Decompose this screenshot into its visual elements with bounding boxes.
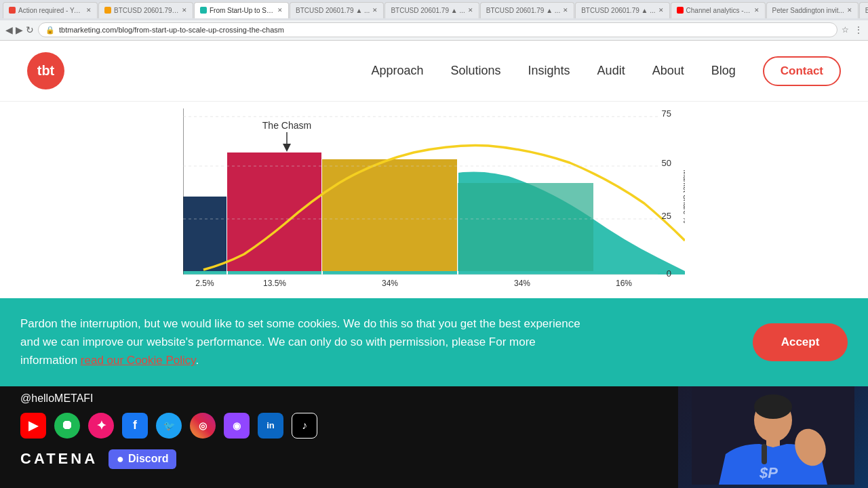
- tab-close-icon[interactable]: ✕: [468, 7, 473, 14]
- youtube-icon[interactable]: ▶: [20, 413, 46, 439]
- social-icons-row: ▶ ⏺ ✦ f 🐦 ◎ ◉ in ♪: [20, 413, 658, 439]
- tab-close-icon[interactable]: ✕: [658, 7, 664, 14]
- cookie-policy-link[interactable]: read our Cookie Policy: [81, 354, 196, 367]
- nav-links: Approach Solutions Insights Audit About …: [371, 56, 841, 86]
- twitch-icon[interactable]: ◉: [224, 413, 250, 439]
- svg-rect-0: [183, 197, 227, 271]
- twitter-icon[interactable]: 🐦: [156, 413, 182, 439]
- svg-text:The Chasm: The Chasm: [262, 120, 311, 131]
- svg-text:75: 75: [662, 108, 671, 119]
- address-bar-row: ◀ ▶ ↻ 🔒 tbtmarketing.com/blog/from-start…: [0, 20, 868, 41]
- tab-4[interactable]: BTCUSD 20601.79 ▲ ... ✕: [290, 2, 384, 18]
- nav-approach[interactable]: Approach: [371, 64, 423, 78]
- cookie-period: .: [196, 354, 199, 367]
- reload-icon[interactable]: ↻: [26, 24, 34, 35]
- nav-about[interactable]: About: [652, 64, 684, 78]
- svg-text:2.5%: 2.5%: [195, 279, 214, 288]
- tab-7[interactable]: BTCUSD 20601.79 ▲ ... ✕: [575, 2, 669, 18]
- page-content: tbt Approach Solutions Insights Audit Ab…: [0, 41, 868, 488]
- tab-9[interactable]: Peter Saddington invit... ✕: [766, 2, 859, 18]
- bookmark-icon[interactable]: ☆: [842, 25, 849, 35]
- svg-rect-6: [458, 183, 593, 271]
- podcast-icon[interactable]: ⏺: [54, 413, 80, 439]
- tab-close-icon[interactable]: ✕: [563, 7, 568, 14]
- svg-rect-4: [322, 159, 458, 271]
- svg-text:13.5%: 13.5%: [263, 279, 286, 288]
- tab-close-icon[interactable]: ✕: [277, 7, 283, 14]
- svg-rect-29: [762, 444, 767, 464]
- address-bar[interactable]: 🔒 tbtmarketing.com/blog/from-start-up-to…: [38, 22, 837, 37]
- cookie-accept-button[interactable]: Accept: [753, 323, 848, 361]
- tab-close-icon[interactable]: ✕: [847, 7, 852, 14]
- tab-2[interactable]: BTCUSD 20601.79 ▲ ... ✕: [98, 2, 193, 18]
- social-handle: @helloMETAFI: [20, 392, 658, 405]
- tab-5[interactable]: BTCUSD 20601.79 ▲ ... ✕: [384, 2, 479, 18]
- tab-close-icon[interactable]: ✕: [182, 7, 187, 14]
- discord-label: Discord: [128, 453, 169, 465]
- nav-insights[interactable]: Insights: [528, 64, 570, 78]
- svg-text:34%: 34%: [382, 279, 398, 288]
- nav-contact-button[interactable]: Contact: [763, 56, 841, 86]
- svg-point-27: [754, 394, 792, 419]
- svg-rect-2: [227, 152, 322, 271]
- chart-container: 75 50 25 0 Market Share % The Chasm 2.5%…: [27, 108, 841, 291]
- tab-10[interactable]: Brand Account details ... ✕: [859, 2, 868, 18]
- browser-nav-buttons: ◀ ▶ ↻: [5, 24, 34, 35]
- tab-1[interactable]: Action required - Your ... ✕: [3, 2, 98, 18]
- tab-3-active[interactable]: From Start-Up to Scale-... ✕: [194, 2, 289, 18]
- tiktok-icon[interactable]: ♪: [292, 413, 317, 439]
- browser-chrome: Action required - Your ... ✕ BTCUSD 2060…: [0, 0, 868, 41]
- odysee-icon[interactable]: ✦: [88, 413, 114, 439]
- discord-badge[interactable]: ● Discord: [108, 449, 176, 469]
- url-text: tbtmarketing.com/blog/from-start-up-to-s…: [59, 26, 284, 34]
- extensions-icon[interactable]: ⋮: [854, 25, 863, 35]
- tab-6[interactable]: BTCUSD 20601.79 ▲ ... ✕: [480, 2, 574, 18]
- nav-solutions[interactable]: Solutions: [451, 64, 501, 78]
- svg-text:0: 0: [667, 268, 671, 279]
- facebook-icon[interactable]: f: [122, 413, 148, 439]
- instagram-icon[interactable]: ◎: [190, 413, 216, 439]
- cookie-banner: Pardon the interruption, but we would li…: [0, 298, 868, 386]
- nav-audit[interactable]: Audit: [597, 64, 625, 78]
- presenter-video: $P: [678, 373, 868, 488]
- forward-icon[interactable]: ▶: [16, 24, 23, 35]
- lock-icon: 🔒: [45, 26, 55, 35]
- presenter-overlay: $P: [678, 373, 868, 488]
- bottom-overlay: @helloMETAFI ▶ ⏺ ✦ f 🐦 ◎ ◉ in ♪: [0, 373, 868, 488]
- tab-close-icon[interactable]: ✕: [372, 7, 378, 14]
- svg-text:16%: 16%: [616, 279, 632, 288]
- back-icon[interactable]: ◀: [5, 24, 13, 35]
- svg-text:Market Share %: Market Share %: [682, 170, 685, 224]
- svg-text:25: 25: [662, 211, 671, 221]
- catena-logo: CATENA: [20, 450, 98, 468]
- cookie-text: Pardon the interruption, but we would li…: [20, 314, 583, 370]
- social-bottom: CATENA ● Discord: [20, 449, 658, 469]
- presenter-silhouette: $P: [692, 376, 854, 485]
- nav-blog[interactable]: Blog: [711, 64, 736, 78]
- nav-bar: tbt Approach Solutions Insights Audit Ab…: [0, 41, 868, 102]
- site-logo[interactable]: tbt: [27, 52, 64, 89]
- chart-section: 75 50 25 0 Market Share % The Chasm 2.5%…: [0, 102, 868, 298]
- svg-text:$P: $P: [759, 464, 778, 481]
- tab-close-icon[interactable]: ✕: [754, 7, 760, 14]
- discord-icon: ●: [117, 452, 124, 466]
- browser-controls: ☆ ⋮: [842, 25, 863, 35]
- svg-text:50: 50: [662, 158, 671, 168]
- svg-text:34%: 34%: [514, 279, 530, 288]
- tab-close-icon[interactable]: ✕: [86, 7, 92, 14]
- social-panel: @helloMETAFI ▶ ⏺ ✦ f 🐦 ◎ ◉ in ♪: [0, 373, 678, 488]
- linkedin-icon[interactable]: in: [258, 413, 283, 439]
- tab-8[interactable]: Channel analytics - You... ✕: [671, 2, 766, 18]
- chasm-chart: 75 50 25 0 Market Share % The Chasm 2.5%…: [183, 108, 685, 288]
- tabs-bar: Action required - Your ... ✕ BTCUSD 2060…: [0, 0, 868, 20]
